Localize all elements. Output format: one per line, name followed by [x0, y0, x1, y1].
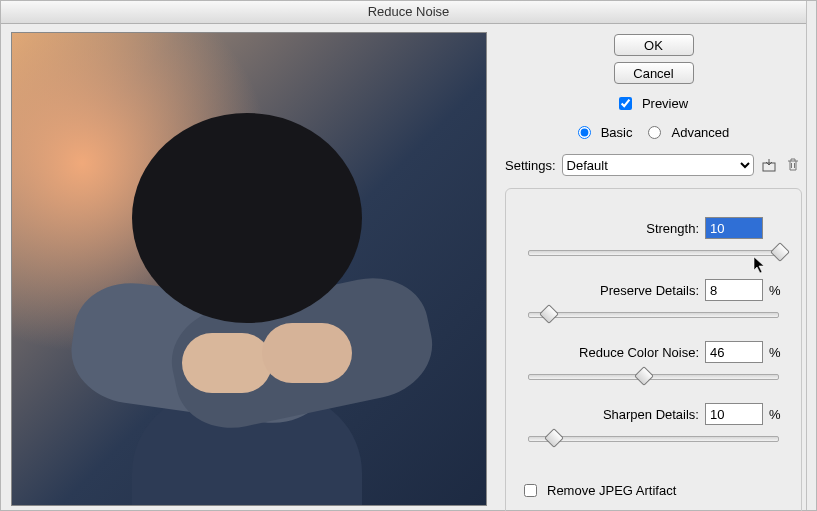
advanced-radio[interactable]: [648, 126, 661, 139]
cancel-button[interactable]: Cancel: [614, 62, 694, 84]
preview-checkbox[interactable]: [619, 97, 632, 110]
slider-track: [528, 374, 779, 380]
preserve-details-input[interactable]: [705, 279, 763, 301]
params-group: Strength: Preserve Details: %: [505, 188, 802, 511]
strength-label: Strength:: [646, 221, 699, 236]
sharpen-details-slider[interactable]: [528, 431, 779, 445]
basic-radio[interactable]: [578, 126, 591, 139]
settings-label: Settings:: [505, 158, 556, 173]
sharpen-details-param: Sharpen Details: %: [524, 403, 783, 445]
preserve-details-slider[interactable]: [528, 307, 779, 321]
remove-jpeg-row: Remove JPEG Artifact: [524, 483, 783, 498]
slider-thumb[interactable]: [544, 428, 564, 448]
advanced-radio-label[interactable]: Advanced: [648, 125, 729, 140]
slider-track: [528, 436, 779, 442]
ok-button[interactable]: OK: [614, 34, 694, 56]
trash-icon[interactable]: [784, 156, 802, 174]
sharpen-details-label: Sharpen Details:: [603, 407, 699, 422]
right-edge: [806, 1, 816, 510]
save-preset-icon[interactable]: [760, 156, 778, 174]
preview-label: Preview: [642, 96, 688, 111]
strength-slider[interactable]: [528, 245, 779, 259]
slider-thumb[interactable]: [635, 366, 655, 386]
dialog-body: OK Cancel Preview Basic Advanced Sett: [1, 24, 816, 511]
controls-panel: OK Cancel Preview Basic Advanced Sett: [487, 24, 816, 511]
basic-radio-label[interactable]: Basic: [578, 125, 633, 140]
preview-toggle-row: Preview: [619, 96, 688, 111]
reduce-color-slider[interactable]: [528, 369, 779, 383]
reduce-color-label: Reduce Color Noise:: [579, 345, 699, 360]
preserve-details-param: Preserve Details: %: [524, 279, 783, 321]
settings-select[interactable]: Default: [562, 154, 754, 176]
reduce-color-noise-param: Reduce Color Noise: %: [524, 341, 783, 383]
mode-radio-group: Basic Advanced: [505, 125, 802, 140]
reduce-noise-dialog: Reduce Noise OK Cancel Preview: [0, 0, 817, 511]
preserve-details-unit: %: [769, 283, 783, 298]
preserve-details-label: Preserve Details:: [600, 283, 699, 298]
slider-thumb[interactable]: [539, 304, 559, 324]
window-title: Reduce Noise: [1, 1, 816, 24]
slider-thumb[interactable]: [770, 242, 790, 262]
settings-row: Settings: Default: [505, 154, 802, 176]
basic-text: Basic: [601, 125, 633, 140]
strength-param: Strength:: [524, 217, 783, 259]
sharpen-details-unit: %: [769, 407, 783, 422]
sharpen-details-input[interactable]: [705, 403, 763, 425]
reduce-color-unit: %: [769, 345, 783, 360]
advanced-text: Advanced: [671, 125, 729, 140]
slider-track: [528, 312, 779, 318]
strength-input[interactable]: [705, 217, 763, 239]
remove-jpeg-label: Remove JPEG Artifact: [547, 483, 676, 498]
slider-track: [528, 250, 779, 256]
remove-jpeg-checkbox[interactable]: [524, 484, 537, 497]
reduce-color-input[interactable]: [705, 341, 763, 363]
preview-image[interactable]: [11, 32, 487, 506]
